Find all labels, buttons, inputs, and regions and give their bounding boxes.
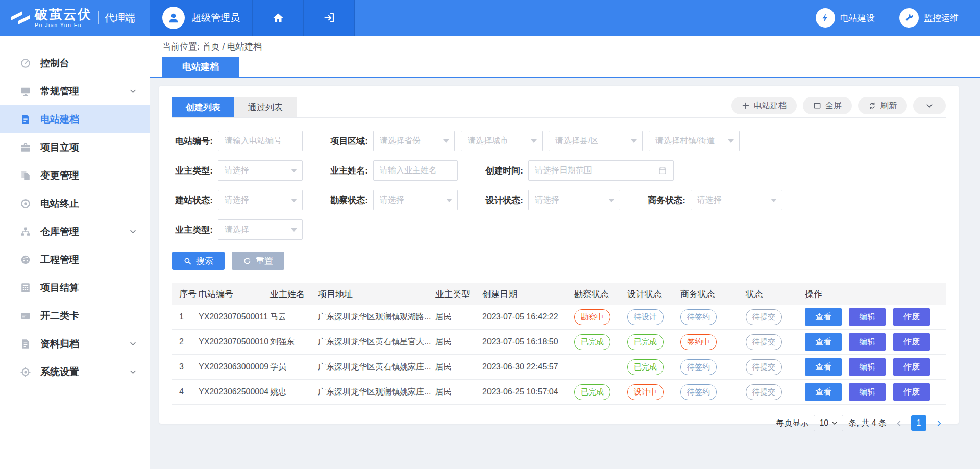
sidebar-item-warehouse-mgmt[interactable]: 仓库管理 [0,217,150,245]
reset-button[interactable]: 重置 [232,252,284,270]
void-button[interactable]: 作废 [893,308,930,326]
briefcase-icon [19,141,32,154]
station-filing-panel: 创建列表 通过列表 电站建档 全屏 刷新 [159,86,959,424]
business-status-badge: 待签约 [680,359,717,375]
calculator-icon [19,282,32,294]
table-row: 3 YX2023063000009 学员 广东深圳龙华区黄石镇姚家庄... 居民… [172,355,946,380]
void-button[interactable]: 作废 [893,333,930,351]
lightning-icon [820,13,830,23]
design-status-select[interactable]: 请选择 [528,190,620,210]
station-code-input[interactable]: 请输入电站编号 [218,131,303,151]
create-time-label: 创建时间: [482,165,528,177]
wrench-icon [904,13,914,23]
caret-down-icon [446,199,452,202]
breadcrumb-label: 当前位置: [162,41,200,53]
view-button[interactable]: 查看 [805,308,842,326]
home-icon [272,12,284,24]
logout-button[interactable] [304,0,355,36]
owner-type2-select[interactable]: 请选择 [218,219,303,240]
panel-toolbar: 电站建档 全屏 刷新 [731,97,946,114]
breadcrumb-path[interactable]: 首页 / 电站建档 [203,41,262,53]
sidebar-item-console[interactable]: 控制台 [0,49,150,77]
user-name: 超级管理员 [191,11,240,24]
fullscreen-button[interactable]: 全屏 [803,97,852,114]
caret-down-icon [291,169,297,172]
edit-button[interactable]: 编辑 [849,308,886,326]
caret-down-icon [291,199,297,202]
prev-page-button[interactable] [892,416,906,430]
total-count-label: 条, 共 4 条 [848,418,887,429]
sidebar-item-open-class2-card[interactable]: 开二类卡 [0,302,150,330]
station-table: 序号 电站编号 业主姓名 项目地址 业主类型 创建日期 勘察状态 设计状态 商务… [172,283,946,405]
brand-title: 破茧云伏 [35,8,92,21]
survey-status-badge: 勘察中 [574,309,610,325]
table-row: 2 YX2023070500010 刘强东 广东深圳龙华区黄石镇星官大... 居… [172,330,946,355]
build-status-label: 建站状态: [172,194,218,206]
user-menu[interactable]: 超级管理员 [150,0,253,36]
owner-type-select[interactable]: 请选择 [218,160,303,181]
tab-passed-list[interactable]: 通过列表 [234,97,297,117]
refresh-button[interactable]: 刷新 [858,97,907,114]
owner-name-input[interactable]: 请输入业主姓名 [373,160,458,181]
caret-down-icon [728,139,734,143]
owner-type2-label: 业主类型: [172,224,218,236]
tab-create-list[interactable]: 创建列表 [172,97,234,117]
gauge-icon [19,57,32,69]
edit-button[interactable]: 编辑 [849,333,886,351]
card-icon [19,310,32,322]
refresh-icon [868,102,876,110]
sidebar-item-change-mgmt[interactable]: 变更管理 [0,161,150,189]
edit-button[interactable]: 编辑 [849,358,886,376]
edit-button[interactable]: 编辑 [849,383,886,401]
void-button[interactable]: 作废 [893,383,930,401]
page-tab-station-filing[interactable]: 电站建档 [162,57,239,77]
calendar-icon [658,166,667,175]
chevron-down-icon [129,340,137,348]
sidebar-item-label: 开二类卡 [40,309,79,323]
build-status-select[interactable]: 请选择 [218,190,303,210]
document-icon [19,113,32,126]
avatar [162,7,185,29]
search-button[interactable]: 搜索 [172,252,225,270]
quick-link-monitor-ops[interactable]: 监控运维 [899,8,959,28]
chevron-left-icon [895,419,903,427]
sidebar-item-engineering-mgmt[interactable]: 工程管理 [0,245,150,274]
status-badge: 待提交 [746,384,782,400]
sidebar-item-label: 系统设置 [40,365,79,379]
quick-link-station-build[interactable]: 电站建设 [816,8,875,28]
page-number-current[interactable]: 1 [911,415,926,431]
town-select[interactable]: 请选择村镇/街道 [649,131,740,151]
pages-icon [19,169,32,182]
status-badge: 待提交 [746,359,782,375]
business-status-select[interactable]: 请选择 [691,190,782,210]
view-button[interactable]: 查看 [805,383,842,401]
next-page-button[interactable] [932,416,946,430]
per-page-select[interactable]: 10 [814,415,843,431]
business-status-badge: 签约中 [680,334,717,350]
view-button[interactable]: 查看 [805,333,842,351]
search-icon [183,257,192,265]
collapse-button[interactable] [913,97,946,114]
sidebar-item-general-mgmt[interactable]: 常规管理 [0,77,150,105]
sidebar-item-data-archive[interactable]: 资料归档 [0,330,150,358]
create-station-filing-button[interactable]: 电站建档 [731,97,797,114]
business-status-badge: 待签约 [680,384,717,400]
province-select[interactable]: 请选择省份 [373,131,455,151]
sidebar-item-station-filing[interactable]: 电站建档 [0,105,150,133]
dashboard-icon [19,254,32,266]
survey-status-label: 勘察状态: [327,194,373,206]
create-time-range-input[interactable]: 请选择日期范围 [528,160,674,181]
city-select[interactable]: 请选择城市 [461,131,543,151]
county-select[interactable]: 请选择县/区 [549,131,643,151]
home-button[interactable] [253,0,304,36]
view-button[interactable]: 查看 [805,358,842,376]
survey-status-select[interactable]: 请选择 [373,190,458,210]
sidebar-item-system-settings[interactable]: 系统设置 [0,358,150,386]
sidebar-item-project-initiation[interactable]: 项目立项 [0,133,150,161]
caret-down-icon [291,228,297,232]
sidebar-item-project-settlement[interactable]: 项目结算 [0,274,150,302]
sidebar-item-station-termination[interactable]: 电站终止 [0,189,150,217]
sidebar-item-label: 项目立项 [40,141,79,154]
void-button[interactable]: 作废 [893,358,930,376]
table-row: 1 YX2023070500011 马云 广东深圳龙华区观澜镇观湖路... 居民… [172,305,946,330]
